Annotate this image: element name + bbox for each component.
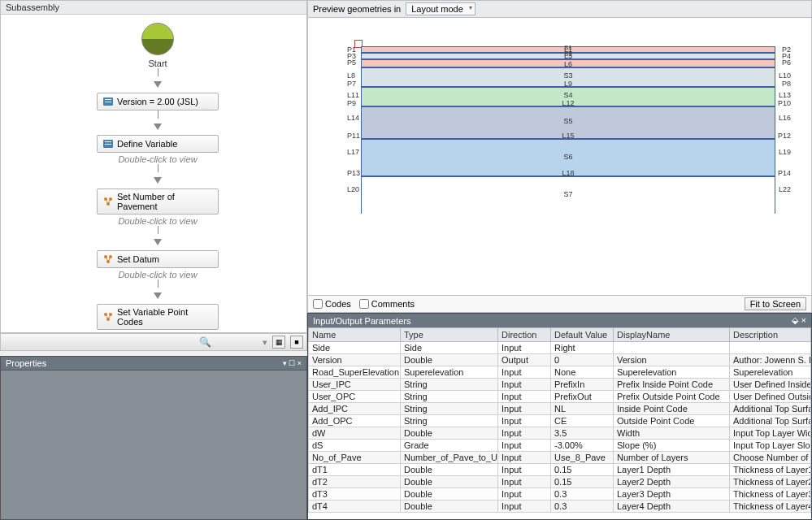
table-row[interactable]: SideSideInputRight (309, 342, 811, 354)
def-icon (102, 138, 114, 150)
preview-canvas[interactable]: P1P2 L1 P3P4 S1 L3 P5P6 S2 L6 L8L10 S3 P… (307, 18, 812, 296)
flow-node[interactable]: Set Number of Pavement (97, 188, 219, 214)
preview-label: Preview geometries in (313, 4, 401, 14)
parameters-title: Input/Output Parameters (313, 316, 410, 326)
flow-icon (102, 311, 114, 323)
double-click-hint: Double-click to view (9, 154, 306, 164)
flow-node[interactable]: Define Variable (97, 135, 219, 153)
flow-node-label: Version = 2.00 (JSL) (117, 97, 198, 106)
subassembly-toolbar: 🔍 ▾ ▦ ■ (0, 333, 307, 351)
flow-icon (102, 196, 114, 207)
start-label: Start (9, 58, 306, 68)
fit-to-screen-button[interactable]: Fit to Screen (745, 297, 806, 310)
svg-rect-5 (105, 144, 111, 145)
preview-footer: Codes Comments Fit to Screen (307, 296, 812, 313)
column-header[interactable]: Name (309, 328, 401, 342)
comments-checkbox[interactable]: Comments (359, 299, 415, 309)
properties-title: Properties ▾ ☐ × (0, 356, 307, 370)
double-click-hint: Double-click to view (9, 332, 306, 332)
double-click-hint: Double-click to view (9, 270, 306, 280)
flow-node-label: Set Variable Point Codes (117, 307, 213, 327)
table-row[interactable]: User_IPCStringInputPrefixInPrefix Inside… (309, 379, 811, 391)
table-row[interactable]: No_of_PaveNumber_of_Pave_to_UseInputUse_… (309, 452, 811, 464)
parameters-table[interactable]: NameTypeDirectionDefault ValueDisplayNam… (308, 327, 811, 519)
flow-node-label: Set Number of Pavement (117, 192, 213, 211)
table-row[interactable]: dSGradeInput-3.00%Slope (%)Input Top Lay… (309, 440, 811, 452)
column-header[interactable]: Description (730, 328, 811, 342)
flow-node[interactable]: Set Variable Point Codes (97, 304, 219, 330)
flow-node-label: Set Datum (117, 254, 159, 264)
table-row[interactable]: dT4DoubleInput0.3Layer4 DepthThickness o… (309, 500, 811, 513)
flow-node-label: Define Variable (117, 139, 177, 149)
properties-body (0, 370, 307, 520)
toolbar-square-button[interactable]: ■ (290, 336, 303, 349)
search-icon[interactable]: 🔍 (199, 336, 211, 348)
subassembly-title: Subassembly (1, 1, 306, 15)
table-row[interactable]: VersionDoubleOutput0VersionAuthor: Jowen… (309, 354, 811, 366)
table-row[interactable]: dT2DoubleInput0.15Layer2 DepthThickness … (309, 476, 811, 488)
table-row[interactable]: Road_SuperElevationSuperelevationInputNo… (309, 366, 811, 379)
preview-header: Preview geometries in Layout mode (307, 0, 812, 18)
flow-icon (102, 254, 114, 265)
layout-mode-select[interactable]: Layout mode (406, 2, 475, 15)
column-header[interactable]: Type (401, 328, 498, 342)
svg-rect-4 (105, 141, 111, 142)
codes-checkbox[interactable]: Codes (313, 299, 351, 309)
double-click-hint: Double-click to view (9, 216, 306, 226)
subassembly-pane: Subassembly Start Version = 2.00 (JSL)De… (0, 0, 307, 333)
column-header[interactable]: Direction (498, 328, 551, 342)
flowchart-canvas[interactable]: Start Version = 2.00 (JSL)Define Variabl… (1, 15, 306, 332)
table-row[interactable]: dWDoubleInput3.5WidthInput Top Layer Wid (309, 427, 811, 440)
column-header[interactable]: DisplayName (614, 328, 730, 342)
pin-icon[interactable]: ⬙ (792, 315, 798, 326)
table-row[interactable]: dT1DoubleInput0.15Layer1 DepthThickness … (309, 464, 811, 476)
table-row[interactable]: Add_IPCStringInputNLInside Point CodeAdd… (309, 403, 811, 415)
parameters-pane: Input/Output Parameters ⬙ × NameTypeDire… (307, 313, 812, 520)
def-icon (102, 96, 114, 107)
svg-rect-2 (105, 102, 111, 102)
flow-node[interactable]: Set Datum (97, 250, 219, 268)
start-node[interactable] (141, 23, 174, 55)
table-row[interactable]: User_OPCStringInputPrefixOutPrefix Outsi… (309, 391, 811, 403)
column-header[interactable]: Default Value (551, 328, 614, 342)
toolbar-grid-button[interactable]: ▦ (272, 336, 285, 349)
table-row[interactable]: dT3DoubleInput0.3Layer3 DepthThickness o… (309, 488, 811, 500)
svg-rect-1 (105, 99, 111, 100)
table-row[interactable]: Add_OPCStringInputCEOutside Point CodeAd… (309, 415, 811, 427)
close-icon[interactable]: × (801, 315, 806, 326)
flow-node[interactable]: Version = 2.00 (JSL) (97, 93, 219, 110)
